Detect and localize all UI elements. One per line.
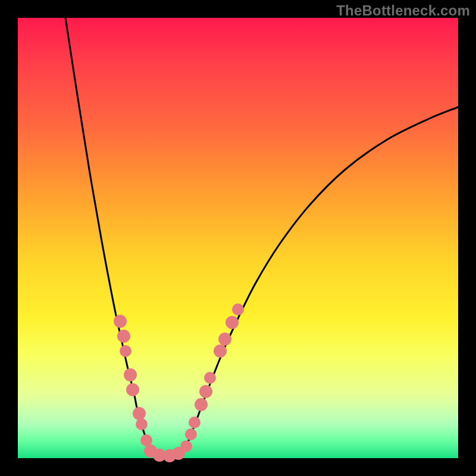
- chart-overlay: [18, 18, 458, 458]
- data-point-marker: [114, 315, 127, 328]
- data-point-marker: [199, 385, 212, 398]
- data-point-marker: [133, 407, 146, 420]
- curve-right-branch: [181, 107, 458, 455]
- data-point-marker: [214, 345, 227, 358]
- marker-group: [114, 303, 244, 462]
- data-point-marker: [117, 330, 130, 343]
- data-point-marker: [120, 345, 131, 357]
- data-point-marker: [180, 440, 192, 452]
- data-point-marker: [204, 372, 216, 384]
- outer-frame: TheBottleneck.com: [0, 0, 476, 476]
- curve-left-branch: [65, 18, 152, 455]
- data-point-marker: [124, 368, 137, 381]
- data-point-marker: [195, 398, 208, 411]
- watermark-text: TheBottleneck.com: [336, 2, 470, 19]
- data-point-marker: [136, 418, 148, 430]
- data-point-marker: [218, 333, 231, 346]
- data-point-marker: [226, 316, 239, 329]
- data-point-marker: [185, 428, 197, 440]
- data-point-marker: [189, 416, 201, 428]
- data-point-marker: [232, 303, 244, 315]
- data-point-marker: [126, 383, 139, 396]
